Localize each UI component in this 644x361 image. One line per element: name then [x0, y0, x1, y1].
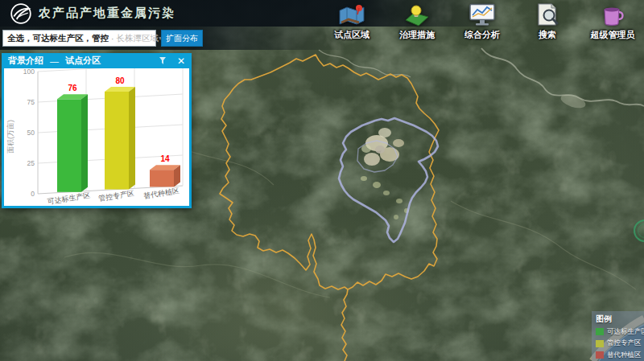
river: [319, 50, 411, 77]
nav-item-treatment-measures[interactable]: 治理措施: [390, 3, 444, 41]
nav-item-label: 超级管理员: [591, 29, 635, 41]
background-intro-panel: 背景介绍 — 试点分区 ✕ 0255075100面积(万亩)76可达标生产区80…: [2, 53, 192, 208]
panel-header[interactable]: 背景介绍 — 试点分区 ✕: [2, 53, 192, 68]
legend-label: 管控专产区: [607, 338, 642, 348]
map-viewport[interactable]: 农产品产地重金属污染 试点区域治理措施综合分析搜索超级管理员 全选，可达标生产区…: [0, 0, 644, 361]
map-pin-icon: [337, 3, 366, 27]
svg-text:80: 80: [115, 76, 125, 85]
filter-bar: 全选，可达标生产区，管控 · 长株潭区域 ▾ 扩面分布: [0, 27, 354, 50]
river: [481, 48, 644, 106]
watermark-seal: [634, 220, 644, 241]
pilot-region-inner-boundary: [357, 141, 398, 172]
nav-item-label: 综合分析: [464, 29, 500, 41]
app-logo-icon: [10, 2, 32, 25]
region-placeholder: 长株潭区域: [117, 33, 159, 44]
legend-item: 可达标生产区: [596, 327, 644, 337]
region-filter-combobox[interactable]: 全选，可达标生产区，管控 · 长株潭区域 ▾: [2, 30, 156, 47]
pilot-region-boundary: [339, 118, 438, 242]
legend-item: 替代种植区: [596, 351, 644, 360]
svg-text:75: 75: [27, 98, 35, 106]
nav-item-search[interactable]: 搜索: [521, 3, 574, 41]
svg-text:76: 76: [68, 84, 77, 92]
legend-swatch: [596, 351, 604, 359]
map-legend: 图例 可达标生产区管控专产区替代种植区: [592, 311, 644, 361]
legend-title: 图例: [596, 314, 644, 325]
svg-text:100: 100: [23, 68, 35, 76]
nav-bar: 试点区域治理措施综合分析搜索超级管理员: [325, 3, 639, 41]
lake: [559, 92, 588, 110]
mug-icon: [598, 3, 627, 27]
svg-text:面积(万亩): 面积(万亩): [6, 120, 14, 154]
legend-label: 替代种植区: [607, 351, 642, 360]
nav-item-comprehensive-analysis[interactable]: 综合分析: [456, 3, 509, 41]
nav-item-label: 搜索: [539, 29, 556, 41]
close-icon[interactable]: ✕: [177, 56, 185, 66]
filter-separator: ·: [111, 34, 114, 43]
legend-label: 可达标生产区: [607, 327, 644, 337]
bar-chart: 0255075100面积(万亩)76可达标生产区80管控专产区14替代种植区: [4, 68, 189, 206]
panel-subtitle: 试点分区: [65, 55, 101, 67]
province-boundary: [220, 55, 439, 361]
legend-rows: 可达标生产区管控专产区替代种植区: [596, 327, 644, 360]
svg-text:14: 14: [160, 154, 170, 163]
monitor-chart-icon: [468, 3, 497, 27]
legend-item: 管控专产区: [596, 338, 644, 348]
nav-item-label: 治理措施: [399, 29, 435, 41]
expand-distribution-button[interactable]: 扩面分布: [161, 30, 203, 47]
svg-text:25: 25: [27, 159, 35, 167]
panel-title: 背景介绍: [8, 55, 43, 67]
app-title: 农产品产地重金属污染: [39, 6, 175, 21]
search-doc-icon: [533, 3, 562, 27]
pin-icon[interactable]: [158, 56, 167, 66]
valley-vein: [451, 201, 636, 289]
brand: 农产品产地重金属污染: [10, 2, 175, 25]
svg-text:50: 50: [27, 129, 35, 137]
lightbulb-icon: [402, 3, 431, 27]
nav-item-super-admin[interactable]: 超级管理员: [586, 3, 639, 41]
urban-area: [361, 128, 409, 219]
valley-vein: [64, 252, 330, 297]
svg-text:替代种植区: 替代种植区: [143, 187, 180, 200]
legend-swatch: [596, 328, 604, 335]
legend-swatch: [596, 340, 604, 347]
panel-title-separator: —: [50, 56, 59, 66]
svg-text:0: 0: [31, 190, 35, 198]
chart-area: 0255075100面积(万亩)76可达标生产区80管控专产区14替代种植区: [4, 68, 189, 206]
filter-selected-values: 全选，可达标生产区，管控: [7, 33, 109, 44]
svg-text:管控专产区: 管控专产区: [98, 189, 135, 203]
svg-text:可达标生产区: 可达标生产区: [47, 191, 91, 206]
